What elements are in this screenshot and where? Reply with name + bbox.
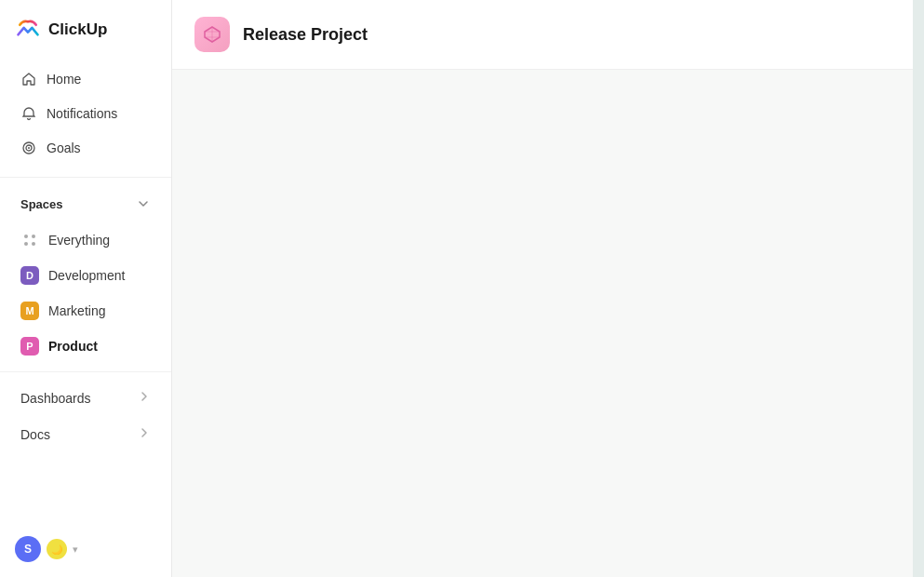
notifications-label: Notifications bbox=[47, 106, 117, 121]
everything-label: Everything bbox=[48, 233, 110, 248]
space-item-marketing[interactable]: M Marketing bbox=[6, 294, 166, 328]
space-item-product[interactable]: P Product bbox=[6, 329, 166, 363]
spaces-header[interactable]: Spaces bbox=[6, 189, 166, 219]
docs-chevron-icon bbox=[138, 426, 151, 442]
spaces-section-label: Spaces bbox=[20, 197, 63, 211]
user-area[interactable]: S 🌙 ▾ bbox=[0, 536, 171, 562]
right-scrollbar[interactable] bbox=[913, 0, 924, 577]
development-avatar: D bbox=[20, 266, 39, 285]
svg-point-3 bbox=[24, 235, 28, 238]
home-icon bbox=[20, 71, 37, 87]
dashboards-label: Dashboards bbox=[20, 391, 91, 406]
collapsible-dashboards[interactable]: Dashboards bbox=[6, 381, 166, 415]
everything-dots-icon bbox=[20, 231, 39, 249]
nav-item-goals[interactable]: Goals bbox=[6, 131, 166, 165]
home-label: Home bbox=[47, 72, 81, 87]
project-icon bbox=[194, 17, 230, 52]
nav-item-notifications[interactable]: Notifications bbox=[6, 97, 166, 130]
goals-label: Goals bbox=[47, 141, 81, 155]
user-status-icon: 🌙 bbox=[47, 539, 67, 559]
space-item-development[interactable]: D Development bbox=[6, 259, 166, 292]
nav-items: Home Notifications Goals bbox=[0, 58, 171, 169]
product-label: Product bbox=[48, 339, 98, 354]
project-title: Release Project bbox=[243, 25, 368, 45]
nav-item-home[interactable]: Home bbox=[6, 62, 166, 96]
docs-label: Docs bbox=[20, 427, 50, 442]
svg-point-4 bbox=[32, 235, 35, 238]
spaces-chevron-icon bbox=[136, 196, 151, 211]
logo-text: ClickUp bbox=[48, 20, 107, 39]
content-area bbox=[172, 70, 913, 577]
dashboards-chevron-icon bbox=[138, 390, 151, 406]
sidebar-divider-2 bbox=[0, 371, 171, 372]
user-chevron-icon: ▾ bbox=[73, 543, 78, 556]
user-avatar: S bbox=[15, 536, 41, 562]
svg-point-6 bbox=[32, 242, 35, 246]
development-label: Development bbox=[48, 268, 126, 283]
svg-point-2 bbox=[28, 147, 30, 149]
product-avatar: P bbox=[20, 337, 39, 356]
logo-area[interactable]: ClickUp bbox=[0, 0, 171, 58]
space-item-everything[interactable]: Everything bbox=[6, 223, 166, 257]
marketing-label: Marketing bbox=[48, 303, 105, 318]
sidebar: ClickUp Home Notifications bbox=[0, 0, 172, 577]
marketing-avatar: M bbox=[20, 302, 39, 320]
collapsible-docs[interactable]: Docs bbox=[6, 417, 166, 451]
svg-point-5 bbox=[24, 242, 28, 246]
sidebar-divider bbox=[0, 177, 171, 178]
goals-icon bbox=[20, 140, 37, 156]
main-content: Release Project bbox=[172, 0, 913, 577]
main-header: Release Project bbox=[172, 0, 913, 70]
clickup-logo-icon bbox=[15, 17, 41, 43]
notifications-icon bbox=[20, 105, 37, 122]
